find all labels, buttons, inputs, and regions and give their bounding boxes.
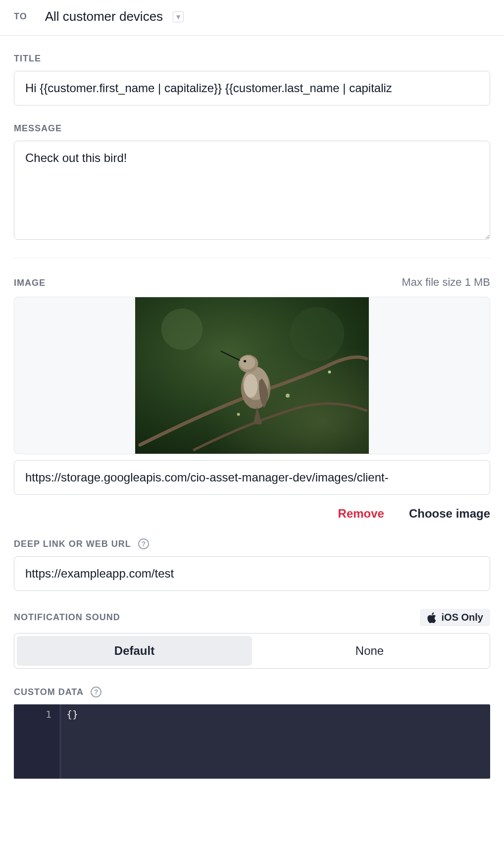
- help-icon[interactable]: ?: [91, 687, 101, 697]
- deep-link-label: DEEP LINK OR WEB URL: [14, 539, 131, 549]
- help-icon[interactable]: ?: [138, 538, 149, 549]
- line-number: 1: [14, 708, 51, 720]
- apple-icon: [427, 612, 437, 623]
- choose-image-button[interactable]: Choose image: [409, 507, 490, 521]
- remove-image-button[interactable]: Remove: [338, 507, 384, 521]
- message-label: MESSAGE: [14, 123, 490, 134]
- ios-only-text: iOS Only: [442, 612, 483, 623]
- notification-sound-section: NOTIFICATION SOUND iOS Only Default None: [0, 609, 504, 669]
- image-size-hint: Max file size 1 MB: [402, 276, 491, 289]
- sound-option-none[interactable]: None: [252, 636, 487, 666]
- code-content[interactable]: {}: [61, 704, 490, 779]
- custom-data-label: CUSTOM DATA: [14, 687, 84, 697]
- sound-option-default[interactable]: Default: [17, 636, 252, 666]
- to-row: TO All customer devices ▼: [0, 0, 504, 36]
- svg-point-5: [237, 413, 240, 416]
- message-textarea[interactable]: [14, 141, 490, 240]
- svg-point-12: [244, 374, 258, 398]
- sound-segmented-control: Default None: [14, 633, 490, 669]
- ios-only-badge: iOS Only: [420, 609, 490, 626]
- svg-point-11: [244, 360, 246, 363]
- deep-link-input[interactable]: [14, 556, 490, 591]
- to-select[interactable]: All customer devices ▼: [45, 9, 184, 24]
- deep-link-section: DEEP LINK OR WEB URL ?: [0, 538, 504, 591]
- title-section: TITLE: [0, 53, 504, 106]
- svg-point-3: [290, 307, 344, 361]
- image-url-input[interactable]: [14, 460, 490, 495]
- bird-image: [135, 297, 369, 454]
- title-input[interactable]: [14, 71, 490, 106]
- image-label: IMAGE: [14, 278, 46, 288]
- custom-data-section: CUSTOM DATA ? 1 {}: [0, 687, 504, 779]
- image-preview: [14, 297, 490, 454]
- to-label: TO: [14, 11, 27, 22]
- svg-point-6: [328, 371, 331, 373]
- title-label: TITLE: [14, 53, 490, 64]
- code-gutter: 1: [14, 704, 59, 779]
- to-selected-value: All customer devices: [45, 9, 163, 24]
- message-section: MESSAGE: [0, 123, 504, 242]
- svg-point-2: [161, 309, 202, 350]
- image-section: IMAGE Max file size 1 MB: [0, 276, 504, 521]
- notification-sound-label: NOTIFICATION SOUND: [14, 612, 120, 623]
- custom-data-editor[interactable]: 1 {}: [14, 704, 490, 779]
- svg-point-10: [240, 356, 255, 370]
- chevron-down-icon: ▼: [173, 11, 184, 22]
- svg-point-4: [286, 394, 290, 398]
- divider: [14, 258, 490, 258]
